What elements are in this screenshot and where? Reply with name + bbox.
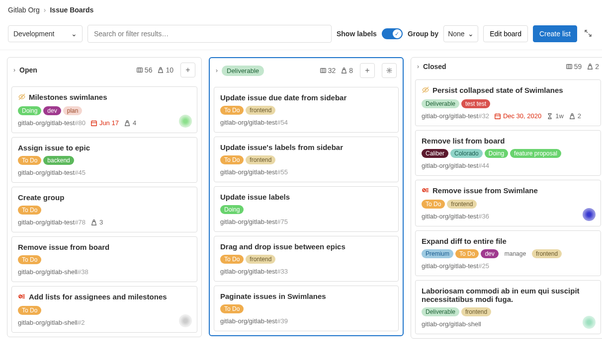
card-title: Remove issue from board (18, 243, 109, 251)
issue-label[interactable]: To Do (220, 304, 244, 313)
chevron-right-icon[interactable]: › (216, 67, 218, 74)
card-title: Create group (18, 193, 64, 202)
group-by-dropdown[interactable]: None ⌄ (443, 25, 478, 42)
issue-card[interactable]: Assign issue to epic To Dobackend gitlab… (11, 137, 197, 183)
card-title: Remove issue from Swimlane (432, 186, 538, 195)
show-labels-toggle[interactable]: ✓ (382, 28, 403, 39)
issue-label[interactable]: frontend (246, 155, 275, 164)
issue-reference: gitlab-org/gitlab-test#55 (220, 168, 288, 176)
issue-card[interactable]: Remove issue from board To Do gitlab-org… (11, 236, 197, 282)
issue-label[interactable]: frontend (447, 200, 477, 209)
issue-card[interactable]: Update issue labels Doing gitlab-org/git… (214, 186, 399, 232)
issue-label[interactable]: test test (461, 99, 490, 108)
issue-weight: 4 (124, 119, 136, 127)
svg-point-5 (126, 120, 128, 122)
issue-label[interactable]: dev (43, 106, 61, 115)
assignee-avatar[interactable] (179, 314, 192, 327)
issue-label[interactable]: plan (63, 106, 83, 115)
assignee-avatar[interactable] (179, 115, 192, 128)
card-title-row: Assign issue to epic (18, 144, 191, 152)
weight-total: 8 (341, 67, 353, 74)
issue-label[interactable]: Deliverable (422, 307, 459, 316)
add-issue-button[interactable]: + (180, 63, 195, 77)
issue-label[interactable]: To Do (18, 255, 41, 264)
list-settings-button[interactable] (382, 63, 397, 78)
issue-card[interactable]: Update issue's labels from sidebar To Do… (214, 137, 399, 182)
blocking-icon (18, 292, 26, 302)
card-title: Assign issue to epic (18, 144, 90, 152)
issue-label[interactable]: To Do (220, 255, 244, 264)
labels-row: PremiumTo Dodevmanagefrontend (422, 249, 595, 258)
issue-label[interactable]: To Do (422, 200, 445, 209)
issue-label[interactable]: Deliverable (422, 99, 459, 108)
card-title-row: Remove issue from Swimlane (422, 186, 595, 196)
issue-label[interactable]: Premium (422, 249, 453, 258)
assignee-avatar[interactable] (583, 316, 596, 329)
edit-board-button[interactable]: Edit board (483, 25, 528, 42)
issue-label[interactable]: feature proposal (510, 149, 561, 158)
issue-reference: gitlab-org/gitlab-test#33 (220, 268, 288, 275)
issue-label[interactable]: To Do (220, 106, 244, 115)
issue-card[interactable]: Add lists for assignees and milestones T… (11, 286, 197, 333)
issue-label[interactable]: frontend (461, 307, 491, 316)
issue-reference: gitlab-org/gitlab-test#78 (18, 218, 86, 226)
weight-total: 2 (587, 63, 599, 71)
issue-label[interactable]: frontend (532, 249, 562, 258)
expand-icon[interactable] (582, 27, 594, 41)
issue-label[interactable]: To Do (455, 249, 479, 258)
issue-label[interactable]: backend (43, 156, 74, 165)
issue-label[interactable]: To Do (18, 156, 41, 165)
issue-label[interactable]: To Do (220, 155, 244, 164)
issue-card[interactable]: Update issue due date from sidebar To Do… (214, 87, 399, 133)
issue-label[interactable]: manage (501, 249, 530, 258)
issue-label[interactable]: dev (481, 249, 498, 258)
group-by-value: None (448, 30, 464, 38)
issue-label[interactable]: Caliber (422, 149, 448, 158)
svg-point-17 (571, 113, 573, 115)
issue-card[interactable]: Milestones swimlanes Doingdevplan gitlab… (11, 86, 197, 133)
issue-card[interactable]: Create group To Do gitlab-org/gitlab-tes… (11, 187, 197, 232)
issue-card[interactable]: Paginate issues in Swimlanes To Do gitla… (214, 286, 399, 331)
card-title-row: Laboriosam commodi ab in eum qui suscipi… (422, 287, 595, 303)
svg-point-11 (388, 70, 390, 72)
card-meta: gitlab-org/gitlab-test#33 (220, 268, 392, 275)
card-title: Update issue's labels from sidebar (220, 143, 343, 151)
issue-label[interactable]: To Do (18, 306, 41, 315)
labels-row: Deliverablefrontend (422, 307, 595, 316)
chevron-right-icon[interactable]: › (417, 63, 419, 70)
svg-point-14 (589, 64, 591, 66)
search-input[interactable] (87, 25, 332, 43)
card-meta: gitlab-org/gitlab-test#54 (220, 119, 392, 126)
issue-label[interactable]: Colorado (450, 149, 483, 158)
breadcrumb-parent[interactable]: Gitlab Org (8, 6, 40, 14)
issue-reference: gitlab-org/gitlab-shell#38 (18, 268, 88, 276)
column-title: Closed (423, 63, 559, 71)
issue-card[interactable]: Laboriosam commodi ab in eum qui suscipi… (415, 280, 601, 334)
issue-label[interactable]: frontend (246, 106, 275, 115)
issue-card[interactable]: Expand diff to entire file PremiumTo Dod… (415, 230, 601, 276)
issue-label[interactable]: Doing (18, 106, 41, 115)
column-stats: 56 10 (133, 66, 173, 74)
issue-card[interactable]: Drag and drop issue between epics To Dof… (214, 236, 399, 282)
issue-card[interactable]: Persist collapsed state of Swimlanes Del… (415, 79, 601, 126)
issue-label[interactable]: Doing (485, 149, 508, 158)
create-list-button[interactable]: Create list (533, 25, 577, 42)
issue-label[interactable]: To Do (18, 206, 41, 215)
chevron-right-icon[interactable]: › (13, 67, 15, 73)
issue-label[interactable]: frontend (246, 255, 275, 264)
add-issue-button[interactable]: + (360, 63, 375, 78)
card-title-row: Add lists for assignees and milestones (18, 292, 191, 302)
issue-card[interactable]: Remove issue from Swimlane To Dofrontend… (415, 180, 601, 226)
card-meta: gitlab-org/gitlab-shell#2 (18, 319, 191, 326)
svg-point-2 (160, 68, 162, 70)
card-title: Laboriosam commodi ab in eum qui suscipi… (422, 287, 595, 303)
labels-row: To Do (18, 206, 191, 215)
card-title: Paginate issues in Swimlanes (220, 292, 326, 300)
labels-row: Deliverabletest test (422, 99, 595, 108)
board-switcher-dropdown[interactable]: Development ⌄ (8, 25, 83, 42)
issue-card[interactable]: Remove list from board CaliberColoradoDo… (415, 130, 601, 176)
issue-label[interactable]: Doing (220, 205, 244, 214)
labels-row: Doing (220, 205, 392, 214)
column-header: › Deliverable 32 8 + (210, 58, 403, 83)
assignee-avatar[interactable] (583, 208, 596, 221)
